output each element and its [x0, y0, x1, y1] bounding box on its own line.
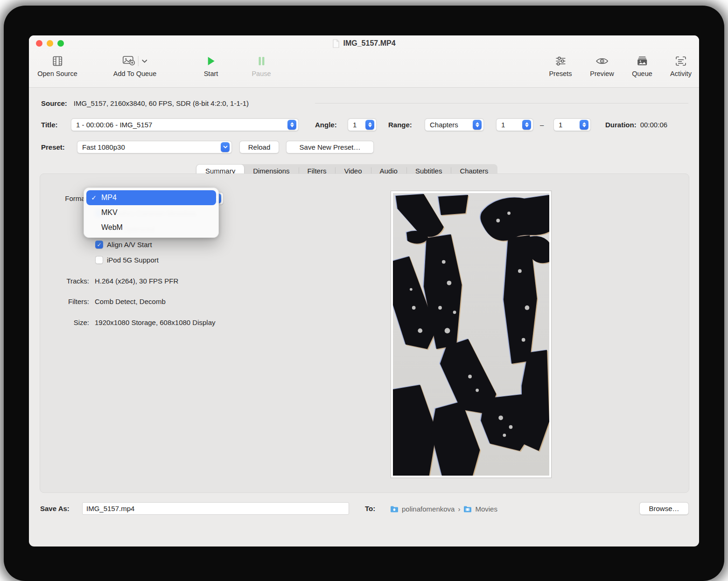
ipod-5g-support-checkbox[interactable] — [95, 256, 103, 264]
handbrake-window: IMG_5157.MP4 Open Source — [29, 35, 699, 546]
toolbar-separator — [138, 56, 138, 66]
source-label: Source: — [41, 99, 67, 107]
range-to-field[interactable]: 1 — [553, 118, 591, 131]
range-type-select[interactable]: Chapters — [425, 118, 484, 131]
destination-path[interactable]: polinafomenkova › Movies — [390, 503, 497, 515]
preset-value: Fast 1080p30 — [82, 143, 221, 151]
range-from-value: 1 — [501, 121, 522, 129]
size-value: 1920x1080 Storage, 608x1080 Display — [95, 318, 216, 326]
queue-label: Queue — [632, 70, 652, 77]
reload-button[interactable]: Reload — [239, 141, 279, 153]
range-separator: – — [540, 118, 544, 131]
start-button[interactable]: Start — [204, 55, 218, 77]
photo-stack-icon — [637, 55, 648, 67]
title-select-value: 1 - 00:00:06 - IMG_5157 — [76, 121, 287, 129]
angle-label: Angle: — [315, 118, 337, 131]
source-row: Source: IMG_5157, 2160x3840, 60 FPS, SDR… — [41, 97, 249, 110]
preset-select[interactable]: Fast 1080p30 — [77, 141, 232, 153]
align-av-start-label: Align A/V Start — [107, 241, 152, 249]
angle-value: 1 — [353, 121, 365, 129]
save-as-input[interactable] — [82, 502, 349, 515]
checkmark-icon — [90, 194, 98, 201]
duration-label: Duration: — [605, 121, 637, 129]
add-to-queue-button[interactable]: Add To Queue — [113, 55, 156, 77]
preview-label: Preview — [590, 70, 614, 77]
duration-value: 00:00:06 — [640, 121, 667, 129]
menu-item-webm[interactable]: WebM — [86, 220, 216, 235]
size-label: Size: — [54, 318, 89, 326]
menu-item-mkv[interactable]: MKV — [86, 205, 216, 220]
open-source-button[interactable]: Open Source — [37, 55, 77, 77]
preset-label: Preset: — [41, 141, 65, 153]
window-title: IMG_5157.MP4 — [343, 39, 395, 48]
menu-item-mp4[interactable]: MP4 — [86, 190, 216, 205]
window-title-area: IMG_5157.MP4 — [29, 38, 699, 49]
title-stepper-icon[interactable] — [287, 120, 296, 130]
pause-icon — [258, 55, 265, 67]
source-value: IMG_5157, 2160x3840, 60 FPS, SDR (8-bit … — [74, 99, 249, 107]
menu-item-mkv-label: MKV — [101, 208, 118, 217]
path-separator: › — [458, 505, 460, 513]
pause-label: Pause — [252, 70, 271, 77]
sliders-icon — [554, 55, 567, 67]
presets-button[interactable]: Presets — [549, 55, 572, 77]
destination-bar: Save As: To: polinafomenkova › Movies Br… — [29, 508, 699, 527]
range-to-value: 1 — [559, 121, 580, 129]
pause-button: Pause — [252, 55, 271, 77]
tracks-label: Tracks: — [54, 277, 89, 285]
eye-icon — [595, 55, 609, 67]
home-folder-icon — [390, 505, 399, 512]
summary-panel: Format: Passthru Common Metadata Web Opt… — [40, 173, 689, 493]
menu-item-mp4-label: MP4 — [101, 194, 117, 202]
path-movies-name[interactable]: Movies — [475, 505, 497, 513]
angle-stepper-icon[interactable] — [365, 120, 374, 130]
range-from-field[interactable]: 1 — [496, 118, 533, 131]
title-select[interactable]: 1 - 00:00:06 - IMG_5157 — [71, 118, 299, 131]
filters-label: Filters: — [54, 297, 89, 305]
save-new-preset-button[interactable]: Save New Preset… — [286, 141, 374, 153]
range-to-stepper-icon[interactable] — [580, 120, 588, 130]
queue-button[interactable]: Queue — [632, 55, 652, 77]
photo-add-icon — [122, 55, 135, 68]
document-proxy-icon — [332, 39, 340, 48]
save-as-label: Save As: — [40, 505, 70, 512]
title-label: Title: — [41, 118, 58, 131]
align-av-start-checkbox[interactable]: ✓ — [95, 241, 103, 249]
to-label: To: — [365, 505, 375, 512]
format-popup-menu: MP4 MKV WebM — [84, 187, 219, 238]
add-to-queue-label: Add To Queue — [113, 70, 156, 77]
activity-button[interactable]: Activity — [670, 55, 692, 77]
video-preview-image — [391, 191, 552, 478]
preview-button[interactable]: Preview — [590, 55, 614, 77]
play-icon — [206, 55, 216, 67]
range-type-value: Chapters — [430, 121, 473, 129]
presets-label: Presets — [549, 70, 572, 77]
film-source-icon — [51, 55, 63, 67]
screenshot-background: IMG_5157.MP4 Open Source — [0, 0, 728, 581]
duration-row: Duration: 00:00:06 — [605, 118, 667, 131]
range-type-stepper-icon[interactable] — [473, 120, 482, 130]
browse-button[interactable]: Browse… — [639, 502, 689, 515]
start-label: Start — [204, 70, 218, 77]
activity-log-icon — [675, 55, 686, 67]
queue-options-chevron-icon[interactable] — [141, 57, 147, 65]
filters-value: Comb Detect, Decomb — [95, 297, 166, 305]
angle-select[interactable]: 1 — [348, 118, 377, 131]
menu-item-webm-label: WebM — [101, 223, 123, 232]
path-home-name[interactable]: polinafomenkova — [402, 505, 455, 513]
align-av-start-row: ✓ Align A/V Start — [95, 241, 152, 249]
source-divider — [315, 103, 688, 104]
range-from-stepper-icon[interactable] — [522, 120, 531, 130]
titlebar-toolbar: IMG_5157.MP4 Open Source — [29, 35, 699, 88]
ipod-5g-support-row: iPod 5G Support — [95, 256, 159, 264]
range-label: Range: — [388, 118, 412, 131]
preset-chevron-icon[interactable] — [221, 142, 230, 152]
ipod-5g-support-label: iPod 5G Support — [107, 256, 159, 264]
tracks-value: H.264 (x264), 30 FPS PFR — [95, 277, 178, 285]
open-source-label: Open Source — [37, 70, 77, 77]
movies-folder-icon — [463, 505, 472, 512]
activity-label: Activity — [670, 70, 692, 77]
